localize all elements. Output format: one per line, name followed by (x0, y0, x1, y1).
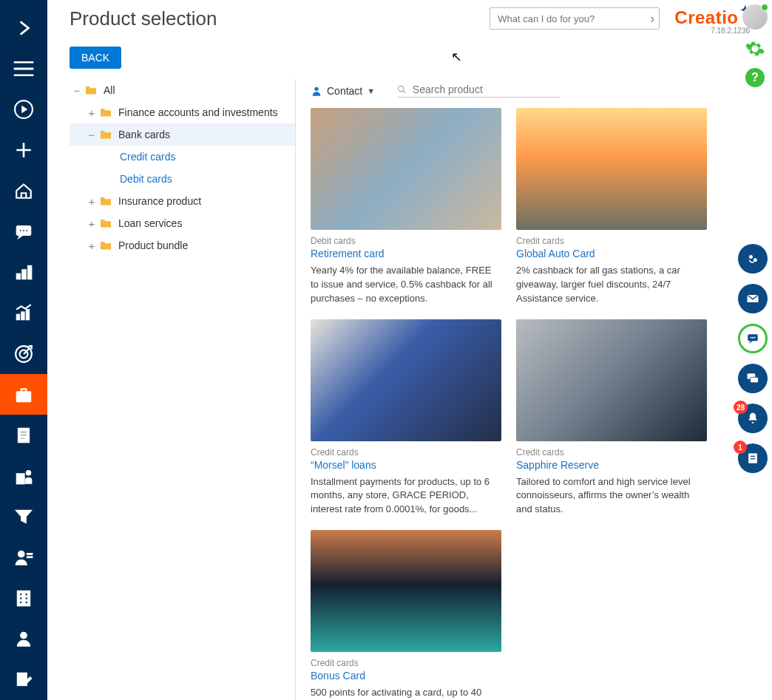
svg-point-34 (749, 255, 753, 259)
card-image[interactable] (516, 108, 707, 230)
app-logo[interactable]: Creatio ✦ (674, 7, 750, 28)
svg-point-38 (751, 337, 752, 339)
badge: 1 (734, 441, 747, 454)
header: Product selection › Creatio ✦ 7.18.2.123… (47, 0, 772, 41)
nav-growth[interactable] (0, 293, 47, 333)
nav-company[interactable] (0, 578, 47, 619)
person-icon (14, 629, 33, 648)
product-search[interactable] (397, 84, 560, 98)
nav-org[interactable] (0, 455, 47, 496)
search-go-icon[interactable]: › (650, 11, 654, 27)
tree-node-finance[interactable]: + Finance accounts and investments (70, 101, 295, 123)
email-panel-button[interactable] (738, 284, 768, 313)
contact-icon (14, 548, 33, 567)
svg-rect-8 (16, 315, 19, 321)
nav-expand[interactable] (0, 7, 47, 48)
expand-icon[interactable]: + (84, 195, 99, 208)
logo-text: Creatio (674, 7, 738, 28)
card-title[interactable]: Sapphire Reserve (516, 459, 707, 471)
person-icon (311, 85, 322, 97)
tree-node-creditcards[interactable]: Credit cards (70, 146, 295, 168)
gear-icon[interactable] (745, 38, 765, 59)
user-avatar[interactable] (742, 4, 768, 30)
back-button[interactable]: BACK (70, 47, 121, 69)
nav-document[interactable] (0, 415, 47, 455)
esn-feed-button[interactable]: 1 (738, 444, 768, 473)
tree-node-bankcards[interactable]: − Bank cards (70, 123, 295, 146)
note-icon (745, 451, 760, 466)
chevron-right-icon (14, 18, 33, 38)
svg-point-39 (752, 337, 754, 339)
collapse-icon[interactable]: − (70, 84, 84, 97)
global-search[interactable]: › (490, 7, 660, 30)
plus-icon (14, 140, 33, 160)
play-circle-icon (14, 100, 33, 119)
product-search-input[interactable] (413, 84, 560, 95)
svg-rect-17 (21, 438, 26, 439)
product-card: Credit cards “Morsel” loans Installment … (311, 319, 501, 517)
svg-rect-21 (27, 554, 33, 555)
tree-node-bundle[interactable]: + Product bundle (70, 234, 295, 256)
card-category: Debit cards (311, 236, 501, 246)
folder-icon (99, 129, 112, 140)
briefcase-icon (14, 385, 33, 404)
help-button[interactable]: ? (745, 68, 765, 87)
cti-panel-button[interactable] (738, 244, 768, 273)
nav-edit[interactable] (0, 659, 47, 700)
card-image[interactable] (311, 108, 501, 230)
nav-play[interactable] (0, 89, 47, 129)
nav-chart[interactable] (0, 252, 47, 293)
svg-point-30 (21, 633, 27, 639)
tree-node-insurance[interactable]: + Insurance product (70, 190, 295, 212)
nav-menu[interactable] (0, 48, 47, 89)
bar-chart-icon (14, 262, 33, 282)
back-row: BACK (47, 41, 772, 79)
nav-add[interactable] (0, 129, 47, 170)
product-card: Credit cards Bonus Card 500 points for a… (311, 530, 501, 700)
nav-funnel[interactable] (0, 497, 47, 537)
headset-icon (745, 251, 760, 266)
nav-products[interactable] (0, 374, 47, 415)
card-title[interactable]: “Morsel” loans (311, 459, 501, 471)
nav-user[interactable] (0, 619, 47, 659)
card-title[interactable]: Bonus Card (311, 670, 501, 682)
tree-node-debitcards[interactable]: Debit cards (70, 168, 295, 190)
notifications-button[interactable]: 28 (738, 404, 768, 433)
card-category: Credit cards (516, 447, 707, 458)
bell-icon (745, 411, 760, 426)
svg-rect-18 (16, 474, 24, 484)
svg-rect-13 (16, 391, 31, 401)
global-search-input[interactable] (498, 13, 650, 24)
card-title[interactable]: Retirement card (311, 248, 501, 259)
nav-target[interactable] (0, 333, 47, 374)
card-image[interactable] (516, 319, 707, 441)
feed-panel-button[interactable] (738, 364, 768, 393)
svg-rect-10 (26, 310, 29, 320)
side-panel-bubbles: 28 1 (738, 244, 768, 473)
tree-label: Debit cards (120, 173, 172, 185)
tree-node-all[interactable]: − All (70, 79, 295, 101)
growth-chart-icon (14, 303, 33, 322)
nav-home[interactable] (0, 171, 47, 211)
card-title[interactable]: Global Auto Card (516, 248, 707, 259)
svg-point-4 (26, 230, 28, 232)
svg-rect-16 (21, 435, 27, 436)
card-image[interactable] (311, 530, 501, 652)
svg-rect-27 (25, 597, 27, 599)
nav-contact[interactable] (0, 537, 47, 578)
collapse-icon[interactable]: − (84, 129, 99, 141)
tree-label: Insurance product (118, 195, 201, 207)
expand-icon[interactable]: + (84, 106, 99, 119)
chat-panel-button[interactable] (738, 324, 768, 353)
card-category: Credit cards (516, 236, 707, 246)
expand-icon[interactable]: + (84, 239, 99, 252)
nav-chat[interactable] (0, 211, 47, 252)
tree-node-loans[interactable]: + Loan services (70, 212, 295, 234)
caret-down-icon: ▼ (367, 86, 375, 95)
card-description: Installment payments for products, up to… (311, 475, 501, 517)
card-image[interactable] (311, 319, 501, 441)
folder-icon (99, 107, 112, 118)
expand-icon[interactable]: + (84, 217, 99, 230)
svg-rect-28 (20, 602, 22, 604)
contact-filter[interactable]: Contact ▼ (311, 85, 375, 97)
